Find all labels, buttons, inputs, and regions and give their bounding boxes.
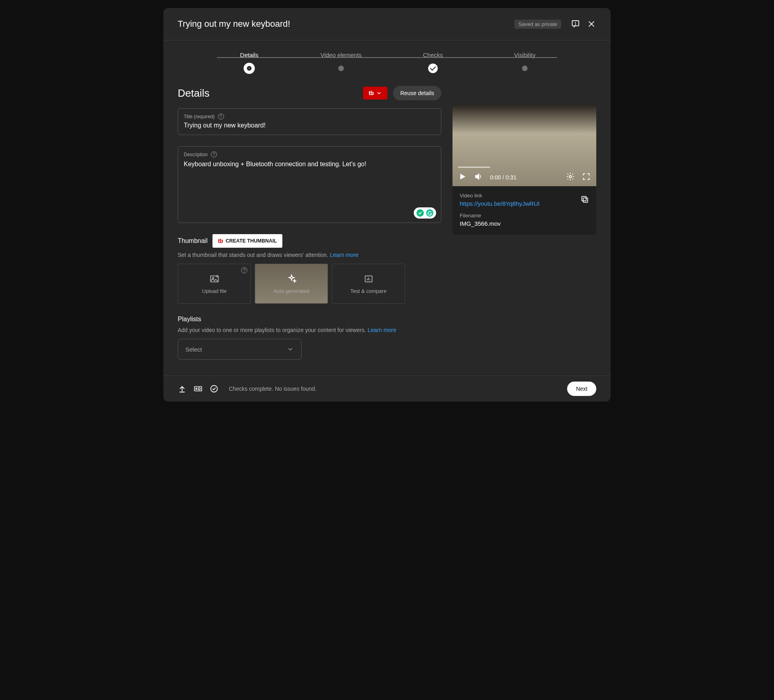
step-video-elements[interactable]: Video elements xyxy=(295,52,387,71)
svg-rect-20 xyxy=(194,387,202,391)
video-link[interactable]: https://youtu.be/8Yq8hyJwRUI xyxy=(460,200,589,207)
chevron-down-icon xyxy=(376,90,382,96)
section-heading-thumbnail: Thumbnail xyxy=(178,237,208,245)
dialog-footer: Checks complete. No issues found. Next xyxy=(163,376,611,402)
volume-button[interactable] xyxy=(474,172,483,182)
close-icon xyxy=(587,20,596,28)
settings-button[interactable] xyxy=(566,172,575,182)
svg-point-21 xyxy=(211,386,218,392)
hd-icon xyxy=(194,384,202,393)
description-input[interactable] xyxy=(184,160,435,216)
preview-panel: 0:00 / 0:31 Video link https://youtu.be/… xyxy=(452,105,596,364)
next-button[interactable]: Next xyxy=(567,382,596,396)
progress-stepper: Details Video elements Checks Visibility xyxy=(163,40,611,78)
sparkle-icon xyxy=(286,274,297,284)
svg-marker-16 xyxy=(476,174,479,179)
filename-value: IMG_3566.mov xyxy=(460,220,589,227)
dialog-header: Trying out my new keyboard! Saved as pri… xyxy=(163,8,611,40)
upload-dialog: Trying out my new keyboard! Saved as pri… xyxy=(163,8,611,402)
footer-status-text: Checks complete. No issues found. xyxy=(229,386,316,392)
create-thumbnail-button[interactable]: tb CREATE THUMBNAIL xyxy=(212,234,282,248)
svg-rect-18 xyxy=(583,198,587,202)
svg-point-2 xyxy=(576,24,576,25)
dialog-title: Trying out my new keyboard! xyxy=(178,19,514,29)
playlists-learn-more-link[interactable]: Learn more xyxy=(367,327,396,333)
playlists-description: Add your video to one or more playlists … xyxy=(178,327,441,333)
vidiq-icon xyxy=(416,209,425,217)
tubebuddy-icon: tb xyxy=(218,238,223,244)
title-field[interactable]: Title (required) ? xyxy=(178,108,441,135)
playlist-select[interactable]: Select xyxy=(178,339,302,360)
copy-icon xyxy=(580,195,589,204)
thumbnail-upload-option[interactable]: ? Upload file xyxy=(178,264,251,304)
section-heading-playlists: Playlists xyxy=(178,316,441,323)
chevron-down-icon xyxy=(287,346,294,353)
dialog-body: Details tb Reuse details Title (required… xyxy=(163,78,611,376)
play-button[interactable] xyxy=(458,172,467,182)
upload-status-icon xyxy=(178,384,187,393)
thumbnail-test-option[interactable]: Test & compare xyxy=(332,264,405,304)
main-column: Details tb Reuse details Title (required… xyxy=(178,82,441,364)
save-status-badge: Saved as private xyxy=(514,20,561,29)
step-visibility[interactable]: Visibility xyxy=(479,52,571,71)
description-field[interactable]: Description ? xyxy=(178,146,441,223)
title-field-label: Title (required) xyxy=(184,114,215,119)
copy-link-button[interactable] xyxy=(580,195,589,205)
title-input[interactable] xyxy=(184,122,435,129)
thumbnail-auto-option[interactable]: Auto-generated xyxy=(255,264,328,304)
tubebuddy-dropdown[interactable]: tb xyxy=(363,87,387,99)
tubebuddy-icon: tb xyxy=(369,90,374,96)
svg-point-17 xyxy=(569,175,572,178)
close-button[interactable] xyxy=(583,16,599,32)
video-time: 0:00 / 0:31 xyxy=(490,174,516,181)
description-field-label: Description xyxy=(184,152,208,157)
section-heading-details: Details xyxy=(178,87,357,99)
compare-icon xyxy=(363,274,374,284)
video-link-label: Video link xyxy=(460,193,589,199)
video-progress-bar[interactable] xyxy=(458,167,490,168)
thumbnail-description: Set a thumbnail that stands out and draw… xyxy=(178,252,441,258)
grammarly-widget[interactable] xyxy=(414,207,436,219)
check-status-icon xyxy=(210,384,218,393)
reuse-details-button[interactable]: Reuse details xyxy=(393,86,441,100)
grammarly-icon xyxy=(425,209,434,217)
help-icon[interactable]: ? xyxy=(211,151,217,157)
feedback-icon xyxy=(571,20,580,28)
svg-marker-15 xyxy=(460,174,466,180)
fullscreen-button[interactable] xyxy=(582,172,591,182)
feedback-button[interactable] xyxy=(568,16,583,32)
video-player[interactable]: 0:00 / 0:31 xyxy=(452,105,596,186)
help-icon[interactable]: ? xyxy=(241,267,247,273)
svg-point-5 xyxy=(417,209,424,217)
help-icon[interactable]: ? xyxy=(218,113,224,119)
image-upload-icon xyxy=(209,274,220,284)
step-checks[interactable]: Checks xyxy=(387,52,479,73)
step-details[interactable]: Details xyxy=(203,52,295,74)
svg-rect-19 xyxy=(582,197,586,201)
filename-label: Filename xyxy=(460,213,589,219)
thumbnail-learn-more-link[interactable]: Learn more xyxy=(330,252,359,258)
